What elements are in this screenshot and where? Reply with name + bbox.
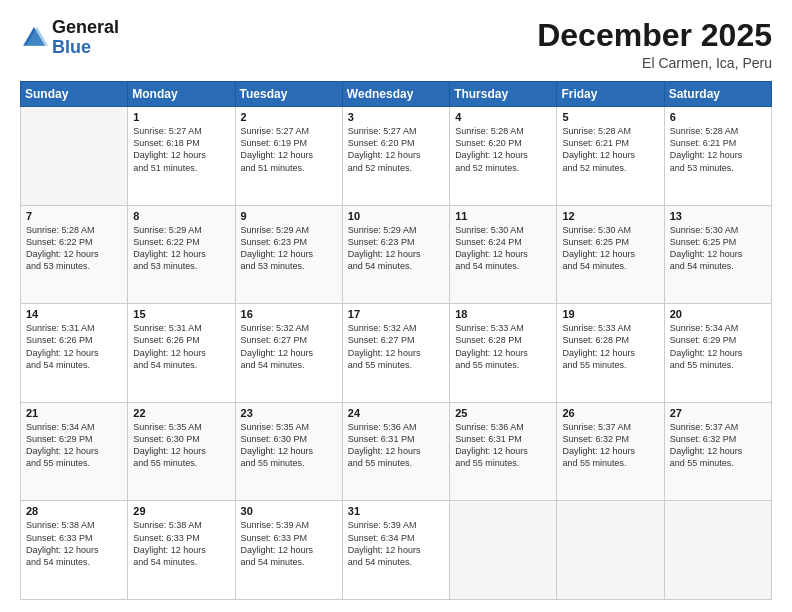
- logo-blue: Blue: [52, 37, 91, 57]
- header: General Blue December 2025 El Carmen, Ic…: [20, 18, 772, 71]
- day-number: 13: [670, 210, 766, 222]
- calendar-cell: 21Sunrise: 5:34 AM Sunset: 6:29 PM Dayli…: [21, 402, 128, 501]
- day-number: 27: [670, 407, 766, 419]
- day-info: Sunrise: 5:28 AM Sunset: 6:22 PM Dayligh…: [26, 224, 122, 273]
- day-number: 28: [26, 505, 122, 517]
- calendar-cell: [450, 501, 557, 600]
- calendar-cell: 30Sunrise: 5:39 AM Sunset: 6:33 PM Dayli…: [235, 501, 342, 600]
- day-info: Sunrise: 5:29 AM Sunset: 6:22 PM Dayligh…: [133, 224, 229, 273]
- calendar-cell: 22Sunrise: 5:35 AM Sunset: 6:30 PM Dayli…: [128, 402, 235, 501]
- day-info: Sunrise: 5:28 AM Sunset: 6:21 PM Dayligh…: [670, 125, 766, 174]
- calendar-cell: 26Sunrise: 5:37 AM Sunset: 6:32 PM Dayli…: [557, 402, 664, 501]
- day-info: Sunrise: 5:36 AM Sunset: 6:31 PM Dayligh…: [455, 421, 551, 470]
- day-info: Sunrise: 5:30 AM Sunset: 6:24 PM Dayligh…: [455, 224, 551, 273]
- day-info: Sunrise: 5:34 AM Sunset: 6:29 PM Dayligh…: [670, 322, 766, 371]
- day-number: 20: [670, 308, 766, 320]
- calendar-cell: 27Sunrise: 5:37 AM Sunset: 6:32 PM Dayli…: [664, 402, 771, 501]
- col-header-wednesday: Wednesday: [342, 82, 449, 107]
- calendar-cell: 1Sunrise: 5:27 AM Sunset: 6:18 PM Daylig…: [128, 107, 235, 206]
- logo: General Blue: [20, 18, 119, 58]
- calendar-cell: 29Sunrise: 5:38 AM Sunset: 6:33 PM Dayli…: [128, 501, 235, 600]
- day-info: Sunrise: 5:27 AM Sunset: 6:18 PM Dayligh…: [133, 125, 229, 174]
- day-number: 31: [348, 505, 444, 517]
- calendar-week-4: 21Sunrise: 5:34 AM Sunset: 6:29 PM Dayli…: [21, 402, 772, 501]
- calendar-cell: [557, 501, 664, 600]
- logo-text: General Blue: [52, 18, 119, 58]
- day-number: 1: [133, 111, 229, 123]
- calendar-cell: 14Sunrise: 5:31 AM Sunset: 6:26 PM Dayli…: [21, 304, 128, 403]
- col-header-saturday: Saturday: [664, 82, 771, 107]
- day-number: 15: [133, 308, 229, 320]
- calendar-cell: 31Sunrise: 5:39 AM Sunset: 6:34 PM Dayli…: [342, 501, 449, 600]
- calendar-cell: 9Sunrise: 5:29 AM Sunset: 6:23 PM Daylig…: [235, 205, 342, 304]
- day-info: Sunrise: 5:31 AM Sunset: 6:26 PM Dayligh…: [26, 322, 122, 371]
- calendar-cell: 25Sunrise: 5:36 AM Sunset: 6:31 PM Dayli…: [450, 402, 557, 501]
- logo-icon: [20, 24, 48, 52]
- day-info: Sunrise: 5:30 AM Sunset: 6:25 PM Dayligh…: [562, 224, 658, 273]
- col-header-sunday: Sunday: [21, 82, 128, 107]
- calendar-cell: 11Sunrise: 5:30 AM Sunset: 6:24 PM Dayli…: [450, 205, 557, 304]
- calendar-cell: 2Sunrise: 5:27 AM Sunset: 6:19 PM Daylig…: [235, 107, 342, 206]
- col-header-tuesday: Tuesday: [235, 82, 342, 107]
- day-info: Sunrise: 5:34 AM Sunset: 6:29 PM Dayligh…: [26, 421, 122, 470]
- calendar-table: SundayMondayTuesdayWednesdayThursdayFrid…: [20, 81, 772, 600]
- day-number: 2: [241, 111, 337, 123]
- calendar-cell: 6Sunrise: 5:28 AM Sunset: 6:21 PM Daylig…: [664, 107, 771, 206]
- day-info: Sunrise: 5:36 AM Sunset: 6:31 PM Dayligh…: [348, 421, 444, 470]
- day-number: 19: [562, 308, 658, 320]
- day-info: Sunrise: 5:38 AM Sunset: 6:33 PM Dayligh…: [133, 519, 229, 568]
- month-title: December 2025: [537, 18, 772, 53]
- day-number: 29: [133, 505, 229, 517]
- day-number: 10: [348, 210, 444, 222]
- day-number: 25: [455, 407, 551, 419]
- calendar-week-3: 14Sunrise: 5:31 AM Sunset: 6:26 PM Dayli…: [21, 304, 772, 403]
- calendar-cell: 3Sunrise: 5:27 AM Sunset: 6:20 PM Daylig…: [342, 107, 449, 206]
- calendar-week-1: 1Sunrise: 5:27 AM Sunset: 6:18 PM Daylig…: [21, 107, 772, 206]
- calendar-week-5: 28Sunrise: 5:38 AM Sunset: 6:33 PM Dayli…: [21, 501, 772, 600]
- day-info: Sunrise: 5:29 AM Sunset: 6:23 PM Dayligh…: [241, 224, 337, 273]
- day-number: 8: [133, 210, 229, 222]
- day-info: Sunrise: 5:29 AM Sunset: 6:23 PM Dayligh…: [348, 224, 444, 273]
- day-info: Sunrise: 5:35 AM Sunset: 6:30 PM Dayligh…: [133, 421, 229, 470]
- day-number: 4: [455, 111, 551, 123]
- day-number: 11: [455, 210, 551, 222]
- day-info: Sunrise: 5:37 AM Sunset: 6:32 PM Dayligh…: [562, 421, 658, 470]
- calendar-cell: 7Sunrise: 5:28 AM Sunset: 6:22 PM Daylig…: [21, 205, 128, 304]
- calendar-cell: 18Sunrise: 5:33 AM Sunset: 6:28 PM Dayli…: [450, 304, 557, 403]
- day-number: 18: [455, 308, 551, 320]
- calendar-cell: [21, 107, 128, 206]
- calendar-week-2: 7Sunrise: 5:28 AM Sunset: 6:22 PM Daylig…: [21, 205, 772, 304]
- calendar-cell: 4Sunrise: 5:28 AM Sunset: 6:20 PM Daylig…: [450, 107, 557, 206]
- day-info: Sunrise: 5:33 AM Sunset: 6:28 PM Dayligh…: [562, 322, 658, 371]
- title-block: December 2025 El Carmen, Ica, Peru: [537, 18, 772, 71]
- col-header-monday: Monday: [128, 82, 235, 107]
- calendar-cell: 10Sunrise: 5:29 AM Sunset: 6:23 PM Dayli…: [342, 205, 449, 304]
- day-number: 16: [241, 308, 337, 320]
- calendar-cell: 23Sunrise: 5:35 AM Sunset: 6:30 PM Dayli…: [235, 402, 342, 501]
- calendar-cell: 20Sunrise: 5:34 AM Sunset: 6:29 PM Dayli…: [664, 304, 771, 403]
- day-info: Sunrise: 5:31 AM Sunset: 6:26 PM Dayligh…: [133, 322, 229, 371]
- day-info: Sunrise: 5:28 AM Sunset: 6:20 PM Dayligh…: [455, 125, 551, 174]
- calendar-cell: 17Sunrise: 5:32 AM Sunset: 6:27 PM Dayli…: [342, 304, 449, 403]
- day-number: 24: [348, 407, 444, 419]
- day-number: 9: [241, 210, 337, 222]
- day-number: 5: [562, 111, 658, 123]
- day-info: Sunrise: 5:39 AM Sunset: 6:34 PM Dayligh…: [348, 519, 444, 568]
- day-info: Sunrise: 5:37 AM Sunset: 6:32 PM Dayligh…: [670, 421, 766, 470]
- day-info: Sunrise: 5:38 AM Sunset: 6:33 PM Dayligh…: [26, 519, 122, 568]
- day-number: 26: [562, 407, 658, 419]
- day-info: Sunrise: 5:35 AM Sunset: 6:30 PM Dayligh…: [241, 421, 337, 470]
- location: El Carmen, Ica, Peru: [537, 55, 772, 71]
- calendar-cell: 12Sunrise: 5:30 AM Sunset: 6:25 PM Dayli…: [557, 205, 664, 304]
- calendar-cell: 8Sunrise: 5:29 AM Sunset: 6:22 PM Daylig…: [128, 205, 235, 304]
- day-info: Sunrise: 5:39 AM Sunset: 6:33 PM Dayligh…: [241, 519, 337, 568]
- day-info: Sunrise: 5:32 AM Sunset: 6:27 PM Dayligh…: [348, 322, 444, 371]
- day-number: 6: [670, 111, 766, 123]
- day-info: Sunrise: 5:27 AM Sunset: 6:20 PM Dayligh…: [348, 125, 444, 174]
- page: General Blue December 2025 El Carmen, Ic…: [0, 0, 792, 612]
- day-info: Sunrise: 5:27 AM Sunset: 6:19 PM Dayligh…: [241, 125, 337, 174]
- calendar-cell: 15Sunrise: 5:31 AM Sunset: 6:26 PM Dayli…: [128, 304, 235, 403]
- calendar-header-row: SundayMondayTuesdayWednesdayThursdayFrid…: [21, 82, 772, 107]
- day-number: 14: [26, 308, 122, 320]
- calendar-cell: 16Sunrise: 5:32 AM Sunset: 6:27 PM Dayli…: [235, 304, 342, 403]
